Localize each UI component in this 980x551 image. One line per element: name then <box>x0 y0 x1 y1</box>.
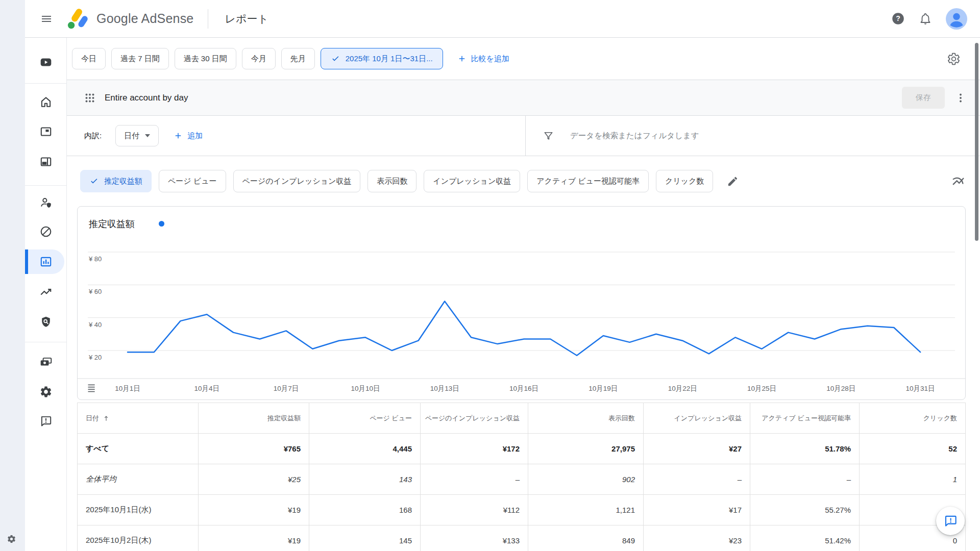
table-cell: – <box>644 464 750 495</box>
metric-chip-page-views[interactable]: ページ ビュー <box>159 170 226 192</box>
table-cell: ¥19 <box>199 525 309 551</box>
ad-unit-icon <box>39 125 53 138</box>
column-header-date[interactable]: 日付 <box>78 403 199 434</box>
report-card-header: Entire account by day 保存 <box>67 80 980 116</box>
filter-section <box>525 116 980 156</box>
youtube-icon <box>39 56 53 69</box>
svg-text:¥ 40: ¥ 40 <box>88 321 102 329</box>
table-cell: ¥17 <box>644 495 750 525</box>
table-cell: ¥25 <box>199 464 309 495</box>
table-cell: ¥19 <box>199 495 309 525</box>
svg-text:10月22日: 10月22日 <box>668 385 697 392</box>
main-content: 今日 過去 7 日間 過去 30 日間 今月 先月 2025年 10月 1日〜3… <box>67 38 980 551</box>
column-header-estimated-earnings[interactable]: 推定収益額 <box>199 403 309 434</box>
date-chip-last-30-days[interactable]: 過去 30 日間 <box>175 48 236 69</box>
sidebar-item-payments[interactable] <box>25 350 66 374</box>
date-chip-last-month[interactable]: 先月 <box>281 48 315 69</box>
avatar[interactable] <box>946 8 967 30</box>
sidebar-item-sites[interactable] <box>25 149 66 174</box>
vertical-scrollbar[interactable] <box>975 43 978 241</box>
check-icon <box>89 177 99 186</box>
table-cell: 1 <box>860 464 965 495</box>
save-button[interactable]: 保存 <box>902 87 945 109</box>
gear-icon[interactable] <box>7 534 16 544</box>
feedback-icon <box>944 514 958 528</box>
table-cell: ¥112 <box>421 495 528 525</box>
svg-text:10月7日: 10月7日 <box>274 385 299 392</box>
table-cell: 168 <box>309 495 421 525</box>
table-cell: 1,121 <box>528 495 644 525</box>
metric-chip-estimated-earnings[interactable]: 推定収益額 <box>80 170 152 192</box>
column-header-impressions[interactable]: 表示回数 <box>528 403 644 434</box>
sidebar-item-youtube[interactable] <box>25 50 66 74</box>
more-options-icon[interactable] <box>954 92 967 104</box>
adsense-logo-icon <box>66 7 90 31</box>
add-comparison-button[interactable]: 比較を追加 <box>457 54 509 64</box>
product-name: Google AdSense <box>96 11 193 26</box>
settings-icon <box>39 385 53 398</box>
multiline-chart-icon[interactable] <box>951 174 965 188</box>
brand-safety-icon <box>39 196 53 209</box>
sidebar-item-home[interactable] <box>25 90 66 114</box>
table-cell: 51.42% <box>750 525 860 551</box>
sidebar-item-policy-center[interactable] <box>25 310 66 334</box>
sidebar-item-blocking-controls[interactable] <box>25 219 66 244</box>
edit-metrics-icon[interactable] <box>727 176 739 187</box>
chart-menu-icon[interactable] <box>86 383 97 393</box>
date-chip-last-7-days[interactable]: 過去 7 日間 <box>111 48 169 69</box>
column-header-page-views[interactable]: ページ ビュー <box>309 403 421 434</box>
line-chart[interactable]: ¥ 80¥ 60¥ 40¥ 2010月1日10月4日10月7日10月10日10月… <box>78 207 965 399</box>
adsense-logo[interactable]: Google AdSense <box>66 7 193 31</box>
table-cell: 902 <box>528 464 644 495</box>
feedback-icon <box>39 414 53 428</box>
table-cell: 27,975 <box>528 434 644 464</box>
sidebar-divider <box>25 342 66 342</box>
sidebar-item-settings[interactable] <box>25 380 66 404</box>
drag-grid-icon[interactable] <box>84 92 96 104</box>
sidebar-divider <box>25 83 66 84</box>
column-header-page-rpm[interactable]: ページのインプレッション収益 <box>421 403 528 434</box>
blocking-controls-icon <box>39 225 53 238</box>
date-chip-custom-range[interactable]: 2025年 10月 1日〜31日... <box>321 48 443 69</box>
sidebar-item-feedback[interactable] <box>25 409 66 433</box>
metric-chip-impression-rpm[interactable]: インプレッション収益 <box>424 170 520 192</box>
svg-text:?: ? <box>896 14 900 22</box>
sidebar-item-reports[interactable] <box>25 249 66 274</box>
date-chip-today[interactable]: 今日 <box>72 48 106 69</box>
table-cell: 2025年10月2日(木) <box>78 525 199 551</box>
dimension-select[interactable]: 日付 <box>115 125 159 146</box>
feedback-fab[interactable] <box>936 507 965 535</box>
table-cell: 849 <box>528 525 644 551</box>
bell-icon[interactable] <box>919 12 932 26</box>
metric-chip-page-rpm[interactable]: ページのインプレッション収益 <box>233 170 361 192</box>
date-range-toolbar: 今日 過去 7 日間 過去 30 日間 今月 先月 2025年 10月 1日〜3… <box>67 38 980 80</box>
table-cell: 143 <box>309 464 421 495</box>
table-cell: ¥27 <box>644 434 750 464</box>
appbar-divider <box>208 9 208 29</box>
left-edge-strip <box>0 0 25 551</box>
search-filter-input[interactable] <box>569 131 898 141</box>
date-chip-this-month[interactable]: 今月 <box>242 48 276 69</box>
column-header-active-view-viewability[interactable]: アクティブ ビュー視認可能率 <box>750 403 860 434</box>
metric-chip-active-view-viewability[interactable]: アクティブ ビュー視認可能率 <box>527 170 649 192</box>
sidebar-item-brand-safety[interactable] <box>25 190 66 215</box>
help-icon[interactable]: ? <box>891 12 905 26</box>
plus-icon <box>174 131 183 140</box>
plus-icon <box>457 54 467 63</box>
svg-text:10月28日: 10月28日 <box>826 385 855 392</box>
column-header-clicks[interactable]: クリック数 <box>860 403 965 434</box>
selected-range-label: 2025年 10月 1日〜31日... <box>346 54 433 64</box>
chevron-down-icon <box>145 134 150 137</box>
column-header-impression-rpm[interactable]: インプレッション収益 <box>644 403 750 434</box>
svg-text:10月16日: 10月16日 <box>509 385 538 392</box>
metric-chip-clicks[interactable]: クリック数 <box>656 170 713 192</box>
sidebar-item-optimization[interactable] <box>25 280 66 304</box>
add-breakdown-button[interactable]: 追加 <box>174 131 203 141</box>
home-icon <box>39 95 53 109</box>
menu-icon[interactable] <box>40 13 53 25</box>
sidebar-item-ads[interactable] <box>25 119 66 144</box>
report-settings-gear-icon[interactable] <box>947 52 961 66</box>
table-cell: 2025年10月1日(水) <box>78 495 199 525</box>
metric-chip-impressions[interactable]: 表示回数 <box>368 170 416 192</box>
sites-icon <box>39 155 53 168</box>
